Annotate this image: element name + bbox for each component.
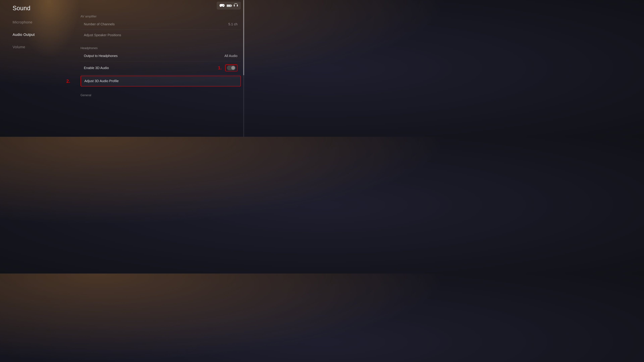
av-amplifier-section: AV amplifier Number of Channels 5.1 ch A… xyxy=(80,13,241,40)
scrollbar-thumb[interactable] xyxy=(243,0,244,75)
top-right-toolbar xyxy=(217,2,241,9)
number-of-channels-value: 5.1 ch xyxy=(228,22,238,26)
general-section-label: General xyxy=(80,92,241,98)
toggle-3d-audio-wrapper xyxy=(225,64,238,71)
step-2-label: 2. xyxy=(66,78,70,84)
sidebar-item-microphone[interactable]: Microphone xyxy=(12,20,35,24)
battery-icon xyxy=(227,4,232,7)
main-content: AV amplifier Number of Channels 5.1 ch A… xyxy=(80,13,241,137)
adjust-3d-profile-row: 2. Adjust 3D Audio Profile xyxy=(80,75,241,87)
enable-3d-right: 1. xyxy=(218,64,238,71)
number-of-channels-item[interactable]: Number of Channels 5.1 ch xyxy=(80,19,241,30)
output-to-headphones-label: Output to Headphones xyxy=(84,54,118,58)
headphones-section: Headphones Output to Headphones All Audi… xyxy=(80,45,241,87)
step-1-label: 1. xyxy=(218,65,222,70)
number-of-channels-label: Number of Channels xyxy=(84,22,114,26)
adjust-3d-audio-profile-item[interactable]: Adjust 3D Audio Profile xyxy=(80,76,241,86)
sidebar-item-audio-output[interactable]: Audio Output xyxy=(12,32,35,37)
av-amplifier-label: AV amplifier xyxy=(80,13,241,19)
av-settings-group: Number of Channels 5.1 ch Adjust Speaker… xyxy=(80,19,241,40)
sidebar: Microphone Audio Output Volume xyxy=(12,20,35,49)
sidebar-item-volume[interactable]: Volume xyxy=(12,45,35,49)
adjust-3d-audio-profile-label: Adjust 3D Audio Profile xyxy=(84,79,119,83)
headphones-section-label: Headphones xyxy=(80,45,241,51)
adjust-speaker-positions-item[interactable]: Adjust Speaker Positions xyxy=(80,30,241,40)
output-to-headphones-value: All Audio xyxy=(224,54,238,58)
adjust-speaker-positions-label: Adjust Speaker Positions xyxy=(84,33,121,37)
page-title: Sound xyxy=(12,5,30,12)
enable-3d-audio-item[interactable]: Enable 3D Audio 1. xyxy=(80,61,241,75)
scrollbar[interactable] xyxy=(243,0,244,137)
toggle-3d-audio[interactable] xyxy=(227,65,236,70)
output-to-headphones-item[interactable]: Output to Headphones All Audio xyxy=(80,51,241,61)
headphone-icon xyxy=(234,3,238,8)
toggle-thumb xyxy=(231,66,235,70)
general-section: General xyxy=(80,92,241,98)
controller-icon xyxy=(219,3,225,8)
enable-3d-audio-label: Enable 3D Audio xyxy=(84,66,109,70)
